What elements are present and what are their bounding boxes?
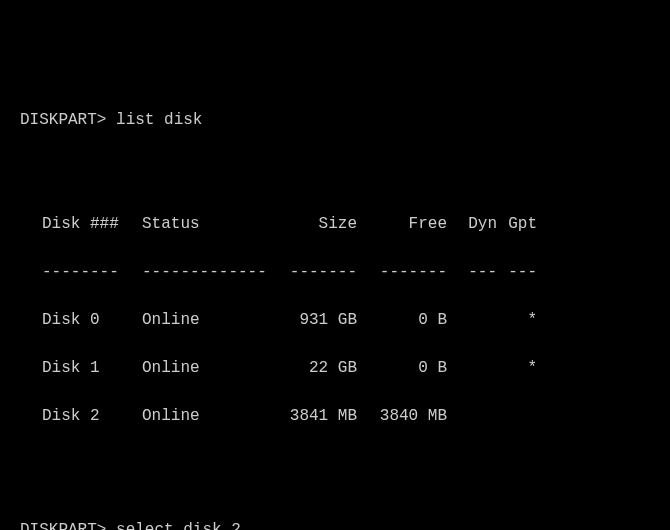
cell-size: 931 GB [282, 308, 357, 332]
cell-status: Online [142, 308, 282, 332]
header-gpt: Gpt [497, 212, 537, 236]
header-status: Status [142, 212, 282, 236]
cell-size: 22 GB [282, 356, 357, 380]
sep-size: ------- [282, 260, 357, 284]
header-dyn: Dyn [447, 212, 497, 236]
header-disk: Disk ### [42, 212, 142, 236]
sep-dyn: --- [447, 260, 497, 284]
cell-disk: Disk 0 [42, 308, 142, 332]
cell-size: 3841 MB [282, 404, 357, 428]
cell-gpt [497, 404, 537, 428]
sep-status: ------------- [142, 260, 282, 284]
table-row: Disk 1Online22 GB0 B* [42, 356, 650, 380]
cell-free: 3840 MB [357, 404, 447, 428]
cell-free: 0 B [357, 356, 447, 380]
sep-gpt: --- [497, 260, 537, 284]
table-row: Disk 0Online931 GB0 B* [42, 308, 650, 332]
table-header-row: Disk ###StatusSizeFreeDynGpt [42, 212, 650, 236]
sep-disk: -------- [42, 260, 142, 284]
cell-status: Online [142, 404, 282, 428]
cell-gpt: * [497, 356, 537, 380]
prompt: DISKPART> [20, 111, 106, 129]
cell-disk: Disk 1 [42, 356, 142, 380]
header-free: Free [357, 212, 447, 236]
table-row: Disk 2Online3841 MB3840 MB [42, 404, 650, 428]
cell-dyn [447, 404, 497, 428]
cell-dyn [447, 356, 497, 380]
header-size: Size [282, 212, 357, 236]
cell-status: Online [142, 356, 282, 380]
cell-gpt: * [497, 308, 537, 332]
sep-free: ------- [357, 260, 447, 284]
command-text: list disk [116, 111, 202, 129]
command-line-select: DISKPART> select disk 2 [20, 518, 650, 530]
table-separator-row: ----------------------------------------… [42, 260, 650, 284]
command-text: select disk 2 [116, 521, 241, 530]
command-line-list: DISKPART> list disk [20, 108, 650, 132]
cell-disk: Disk 2 [42, 404, 142, 428]
prompt: DISKPART> [20, 521, 106, 530]
cell-dyn [447, 308, 497, 332]
cell-free: 0 B [357, 308, 447, 332]
disk-table: Disk ###StatusSizeFreeDynGpt -----------… [20, 184, 650, 452]
